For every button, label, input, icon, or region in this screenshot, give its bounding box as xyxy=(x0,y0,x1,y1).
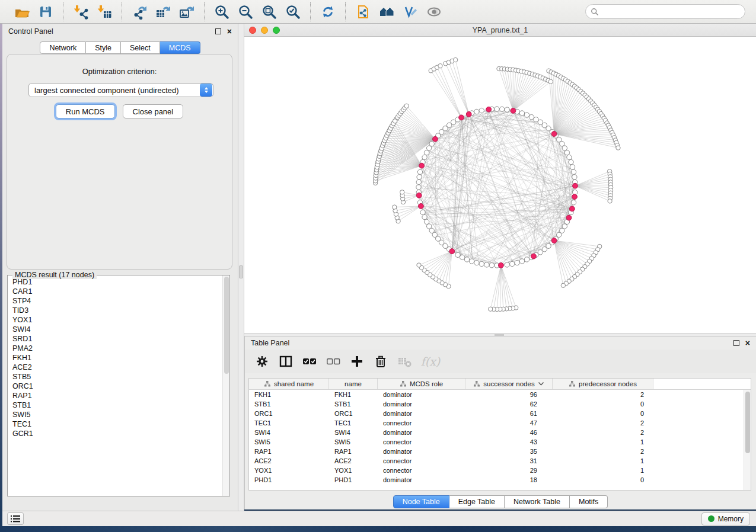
cell-successor_nodes[interactable]: 46 xyxy=(465,428,553,437)
mcds-node[interactable] xyxy=(551,132,557,137)
mcds-node[interactable] xyxy=(531,254,537,259)
network-node[interactable] xyxy=(562,146,567,150)
result-list-item[interactable]: CAR1 xyxy=(8,287,222,296)
cell-predecessor_nodes[interactable]: 1 xyxy=(553,466,653,475)
network-node[interactable] xyxy=(519,111,524,116)
mcds-node[interactable] xyxy=(511,108,516,113)
network-node[interactable] xyxy=(420,210,425,214)
cell-successor_nodes[interactable]: 96 xyxy=(465,390,553,399)
network-node[interactable] xyxy=(424,150,429,155)
network-node[interactable] xyxy=(489,263,494,268)
network-node[interactable] xyxy=(416,185,421,190)
table-row[interactable]: ORC1ORC1dominator610 xyxy=(249,409,751,418)
cell-successor_nodes[interactable]: 31 xyxy=(465,456,553,466)
export-image-button[interactable] xyxy=(177,2,197,21)
result-list-item[interactable]: STP4 xyxy=(8,296,222,306)
cell-shared_name[interactable]: STB1 xyxy=(249,399,329,409)
result-list-item[interactable]: RAP1 xyxy=(8,391,222,400)
export-network-button[interactable] xyxy=(129,2,149,21)
result-list-scrollbar[interactable] xyxy=(222,275,229,496)
network-node[interactable] xyxy=(499,107,504,111)
cell-name[interactable]: SWI5 xyxy=(329,437,378,447)
home-pages-button[interactable] xyxy=(377,2,397,21)
cell-name[interactable]: STB1 xyxy=(329,399,378,409)
mcds-node[interactable] xyxy=(486,107,492,112)
network-node[interactable] xyxy=(479,261,484,266)
cell-name[interactable]: SWI4 xyxy=(329,428,378,437)
mcds-node[interactable] xyxy=(499,262,504,268)
cell-name[interactable]: YOX1 xyxy=(329,466,378,475)
network-node[interactable] xyxy=(571,200,576,205)
network-leaf-node[interactable] xyxy=(616,146,620,150)
table-row[interactable]: ACE2ACE2connector311 xyxy=(249,456,751,466)
result-list-item[interactable]: PHD1 xyxy=(8,277,222,287)
cell-predecessor_nodes[interactable]: 1 xyxy=(553,437,653,447)
tab-network[interactable]: Network xyxy=(40,41,86,54)
mcds-node[interactable] xyxy=(466,111,471,117)
deselect-all-button[interactable] xyxy=(324,352,342,370)
cell-predecessor_nodes[interactable]: 0 xyxy=(553,475,653,485)
network-node[interactable] xyxy=(474,109,479,114)
horizontal-splitter-handle[interactable] xyxy=(495,334,504,336)
vizmapper-button[interactable] xyxy=(400,2,420,21)
tab-mcds[interactable]: MCDS xyxy=(160,41,200,54)
network-node[interactable] xyxy=(495,107,499,111)
zoom-out-button[interactable] xyxy=(235,2,256,21)
cell-mcds_role[interactable]: connector xyxy=(378,437,465,447)
cell-shared_name[interactable]: RAP1 xyxy=(249,447,329,456)
mcds-node[interactable] xyxy=(551,238,557,243)
mcds-node[interactable] xyxy=(419,204,424,209)
network-node[interactable] xyxy=(519,259,524,264)
task-history-button[interactable] xyxy=(7,512,24,525)
mcds-node[interactable] xyxy=(572,194,578,200)
mcds-node[interactable] xyxy=(569,206,575,211)
network-node[interactable] xyxy=(469,259,474,264)
network-node[interactable] xyxy=(429,141,434,146)
table-row[interactable]: FKH1FKH1dominator962 xyxy=(249,390,751,399)
float-table-panel-icon[interactable] xyxy=(733,340,739,346)
network-node[interactable] xyxy=(564,150,569,155)
cell-mcds_role[interactable]: connector xyxy=(378,418,465,428)
mcds-node[interactable] xyxy=(433,136,438,142)
table-row[interactable]: RAP1RAP1dominator352 xyxy=(249,447,751,456)
network-node[interactable] xyxy=(479,108,484,113)
criterion-select[interactable]: largest connected component (undirected) xyxy=(28,83,213,97)
cell-name[interactable]: PHD1 xyxy=(329,475,378,485)
result-list-item[interactable]: STB1 xyxy=(8,400,222,410)
network-node[interactable] xyxy=(515,260,519,265)
zoom-selected-button[interactable] xyxy=(283,2,303,21)
search-input[interactable] xyxy=(602,8,740,16)
open-file-button[interactable] xyxy=(12,2,32,21)
mcds-node[interactable] xyxy=(459,115,464,120)
result-list-item[interactable]: SWI5 xyxy=(8,410,222,419)
cell-shared_name[interactable]: FKH1 xyxy=(249,390,329,399)
cell-name[interactable]: ORC1 xyxy=(329,409,378,418)
cell-name[interactable]: FKH1 xyxy=(329,390,378,399)
close-panel-button[interactable]: Close panel xyxy=(123,104,184,118)
cell-shared_name[interactable]: TEC1 xyxy=(249,418,329,428)
result-list-item[interactable]: PMA2 xyxy=(8,344,222,353)
table-row[interactable]: SWI4SWI4dominator462 xyxy=(249,428,751,437)
column-header-MCDS-role[interactable]: MCDS role xyxy=(378,379,465,389)
network-node[interactable] xyxy=(455,252,460,257)
mcds-node[interactable] xyxy=(416,193,422,198)
table-row[interactable]: PHD1PHD1dominator180 xyxy=(249,475,751,485)
vertical-splitter[interactable] xyxy=(238,24,244,511)
cell-mcds_role[interactable]: dominator xyxy=(378,399,465,409)
export-table-button[interactable] xyxy=(153,2,173,21)
split-columns-button[interactable] xyxy=(277,352,295,370)
mcds-node[interactable] xyxy=(573,183,578,188)
cell-predecessor_nodes[interactable]: 2 xyxy=(553,428,653,437)
save-session-button[interactable] xyxy=(36,2,56,21)
column-header-name[interactable]: name xyxy=(329,379,378,389)
float-panel-icon[interactable] xyxy=(215,28,221,34)
network-leaf-node[interactable] xyxy=(561,283,565,287)
add-column-button[interactable] xyxy=(348,352,366,370)
table-row[interactable]: YOX1YOX1connector291 xyxy=(249,466,751,475)
cell-shared_name[interactable]: ACE2 xyxy=(249,456,329,466)
import-table-button[interactable] xyxy=(94,2,114,21)
network-canvas[interactable] xyxy=(244,37,756,333)
delete-column-button[interactable] xyxy=(372,352,390,370)
network-leaf-node[interactable] xyxy=(393,119,397,123)
network-node[interactable] xyxy=(417,169,422,174)
